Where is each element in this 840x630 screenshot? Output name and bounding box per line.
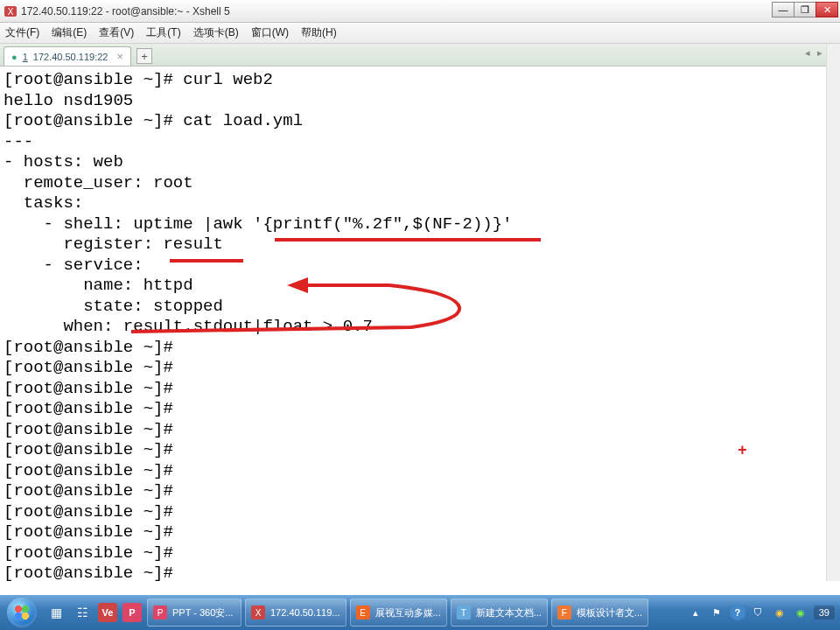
- close-button[interactable]: ✕: [816, 2, 838, 18]
- tab-close-icon[interactable]: ×: [116, 50, 123, 63]
- taskbar-item-3[interactable]: T新建文本文档...: [451, 598, 548, 626]
- taskbar-item-icon: E: [356, 606, 370, 620]
- terminal[interactable]: [root@ansible ~]# curl web2 hello nsd190…: [0, 66, 840, 581]
- tab-label: 172.40.50.119:22: [33, 52, 108, 62]
- tray-chevron-icon[interactable]: ▴: [688, 605, 704, 620]
- taskbar-item-0[interactable]: PPPT - 360安...: [147, 598, 242, 626]
- window-controls: — ❐ ✕: [773, 2, 838, 18]
- taskbar-item-label: 模板设计者文...: [577, 606, 642, 620]
- menubar: 文件(F) 编辑(E) 查看(V) 工具(T) 选项卡(B) 窗口(W) 帮助(…: [0, 23, 840, 44]
- menu-file[interactable]: 文件(F): [5, 25, 39, 40]
- taskbar-items: PPPT - 360安...X172.40.50.119...E展视互动多媒..…: [147, 598, 648, 626]
- menu-tabs[interactable]: 选项卡(B): [193, 25, 239, 40]
- taskbar-item-1[interactable]: X172.40.50.119...: [245, 598, 346, 626]
- menu-help[interactable]: 帮助(H): [301, 25, 337, 40]
- minimize-button[interactable]: —: [772, 2, 794, 18]
- menu-window[interactable]: 窗口(W): [251, 25, 289, 40]
- tray-shield-icon[interactable]: ⛉: [751, 605, 766, 620]
- tray-volume-icon[interactable]: ◉: [793, 605, 808, 620]
- ql-icon-ppt[interactable]: P: [122, 603, 142, 622]
- svg-text:X: X: [8, 7, 14, 17]
- ql-icon-1[interactable]: ▦: [46, 600, 66, 625]
- tray-flag-icon[interactable]: ⚑: [709, 605, 724, 620]
- window-title: 172.40.50.119:22 - root@ansible:~ - Xshe…: [21, 5, 230, 18]
- tab-index: 1: [23, 52, 28, 62]
- taskbar-item-icon: P: [153, 606, 167, 620]
- tab-prev-icon[interactable]: ◂: [805, 47, 810, 59]
- taskbar-item-icon: X: [251, 606, 265, 620]
- tab-next-icon[interactable]: ▸: [817, 47, 822, 59]
- session-tab[interactable]: ● 1 172.40.50.119:22 ×: [4, 46, 131, 66]
- menu-tools[interactable]: 工具(T): [146, 25, 180, 40]
- tray-help-icon[interactable]: ?: [730, 605, 746, 620]
- taskbar-item-icon: T: [457, 606, 471, 620]
- annotation-plus-icon: +: [738, 441, 747, 462]
- menu-view[interactable]: 查看(V): [99, 25, 134, 40]
- taskbar: ▦ ☷ Ve P PPPT - 360安...X172.40.50.119...…: [0, 595, 840, 630]
- system-tray: ▴ ⚑ ? ⛉ ◉ ◉ 39: [688, 605, 838, 620]
- terminal-content: [root@ansible ~]# curl web2 hello nsd190…: [4, 70, 836, 581]
- new-tab-button[interactable]: +: [136, 48, 152, 64]
- taskbar-item-label: 新建文本文档...: [476, 606, 542, 620]
- ql-icon-2[interactable]: ☷: [72, 600, 93, 625]
- taskbar-item-icon: F: [557, 606, 571, 620]
- ql-icon-xshell[interactable]: Ve: [98, 603, 117, 622]
- quick-launch: ▦ ☷ Ve P: [42, 600, 142, 625]
- tab-status-icon: ●: [11, 52, 18, 62]
- taskbar-item-2[interactable]: E展视互动多媒...: [350, 598, 447, 626]
- start-button[interactable]: [2, 596, 42, 629]
- vertical-scrollbar[interactable]: [826, 44, 840, 581]
- tray-clock[interactable]: 39: [814, 606, 835, 620]
- tabbar: ● 1 172.40.50.119:22 × + ◂ ▸ ▾: [0, 44, 840, 66]
- app-icon: X: [4, 4, 18, 18]
- titlebar: X 172.40.50.119:22 - root@ansible:~ - Xs…: [0, 0, 840, 23]
- tray-network-icon[interactable]: ◉: [772, 605, 788, 620]
- taskbar-item-label: PPT - 360安...: [172, 606, 234, 620]
- taskbar-item-label: 172.40.50.119...: [270, 607, 340, 618]
- maximize-button[interactable]: ❐: [794, 2, 816, 18]
- menu-edit[interactable]: 编辑(E): [52, 25, 87, 40]
- taskbar-item-label: 展视互动多媒...: [375, 606, 441, 620]
- taskbar-item-4[interactable]: F模板设计者文...: [551, 598, 648, 626]
